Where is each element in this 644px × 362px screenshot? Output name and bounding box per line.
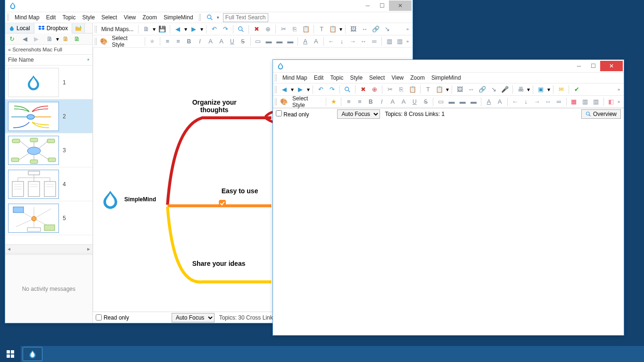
toolbar-overflow[interactable]: » xyxy=(618,99,622,104)
taskbar-app-icon[interactable] xyxy=(23,347,42,361)
border-icon[interactable]: ▭ xyxy=(436,97,445,107)
font-inc-icon[interactable]: A xyxy=(217,37,226,46)
bold-icon[interactable]: B xyxy=(366,97,375,107)
line-style-icon[interactable]: ═ xyxy=(370,37,379,46)
menu-mindmap[interactable]: Mind Map xyxy=(12,13,42,22)
palette-icon[interactable]: 🎨 xyxy=(99,37,108,46)
col2-icon[interactable]: ▥ xyxy=(591,97,600,107)
print-icon[interactable]: 🖶 xyxy=(516,85,525,94)
menu-edit[interactable]: Edit xyxy=(43,13,59,22)
underline-icon[interactable]: U xyxy=(410,97,419,107)
titlebar[interactable]: ─ ☐ ✕ xyxy=(5,0,413,12)
zoom-icon[interactable] xyxy=(343,85,352,94)
col1-icon[interactable]: ▥ xyxy=(580,97,589,107)
zoom-icon[interactable] xyxy=(236,25,246,34)
text-copy-icon[interactable]: T xyxy=(423,85,433,94)
paste-icon[interactable]: 📋 xyxy=(301,25,311,34)
new-icon[interactable]: 🗎 xyxy=(141,25,151,34)
toolbar-grip[interactable] xyxy=(275,86,278,93)
list-item[interactable]: 3 xyxy=(5,133,92,167)
fontcolor-icon[interactable]: A xyxy=(484,97,493,107)
image-icon[interactable]: 🖼 xyxy=(455,85,464,94)
textcolor-icon[interactable]: A xyxy=(312,37,321,46)
undo-icon[interactable]: ↶ xyxy=(316,85,325,94)
col2-icon[interactable]: ▥ xyxy=(396,37,405,46)
nav-next-icon[interactable]: ▶ xyxy=(296,85,305,94)
text-icon[interactable]: T xyxy=(317,25,326,34)
arrow-right-icon[interactable]: → xyxy=(348,37,357,46)
underline-icon[interactable]: U xyxy=(228,37,237,46)
align-center-icon[interactable]: ≡ xyxy=(355,97,364,107)
sidebar-scrollbar[interactable]: ◂▸ xyxy=(5,245,92,253)
menu-simplemind[interactable]: SimpleMind xyxy=(161,13,196,22)
present-dropdown[interactable]: ▾ xyxy=(547,86,550,93)
toolbar-overflow[interactable]: » xyxy=(406,27,411,32)
bold-icon[interactable]: B xyxy=(184,37,193,46)
arrow-down-icon[interactable]: ↓ xyxy=(521,97,530,107)
nav-prev-dropdown[interactable]: ▾ xyxy=(291,86,294,93)
new-doc-icon[interactable]: 🗎 xyxy=(45,34,54,44)
start-button[interactable] xyxy=(0,346,21,362)
nav-prev-icon[interactable]: ◀ xyxy=(280,85,289,94)
copy-icon[interactable]: ⎘ xyxy=(290,25,299,34)
crosslink-icon[interactable]: ↘ xyxy=(489,85,498,94)
spellcheck-icon[interactable]: ✔ xyxy=(572,85,581,94)
nav-back-icon[interactable]: ◀ xyxy=(20,34,30,44)
strike-icon[interactable]: S̶ xyxy=(239,37,248,46)
menu-style[interactable]: Style xyxy=(79,13,98,22)
color-grid-icon[interactable]: ▦ xyxy=(570,97,578,107)
menu-simplemind[interactable]: SimpleMind xyxy=(429,74,464,82)
node-share[interactable]: Share your ideas xyxy=(192,260,246,267)
export-doc-icon[interactable]: 🗎 xyxy=(72,34,82,44)
close-button[interactable]: ✕ xyxy=(600,61,623,71)
mindmaps-button[interactable]: Mind Maps... xyxy=(99,26,136,33)
node-add-icon[interactable]: ⊕ xyxy=(263,25,272,34)
palette-icon[interactable]: 🎨 xyxy=(280,97,289,107)
border-icon[interactable]: ▭ xyxy=(254,37,263,46)
redo-icon[interactable]: ↷ xyxy=(327,85,337,94)
undo-icon[interactable]: ↶ xyxy=(209,25,219,34)
italic-icon[interactable]: I xyxy=(195,37,204,46)
node-easy[interactable]: Easy to use xyxy=(222,187,258,195)
nav-prev-icon[interactable]: ◀ xyxy=(173,25,182,34)
import-doc-icon[interactable]: 🗎 xyxy=(61,34,70,44)
sort-icon[interactable]: ▴ xyxy=(87,57,90,63)
cut-icon[interactable]: ✂ xyxy=(279,25,288,34)
list-header[interactable]: File Name▴ xyxy=(5,55,92,66)
menu-view[interactable]: View xyxy=(121,13,139,22)
toolbar-grip[interactable] xyxy=(275,98,278,106)
strike-icon[interactable]: S̶ xyxy=(421,97,430,107)
node-add-icon[interactable]: ⊕ xyxy=(370,85,379,94)
select-style-button[interactable]: Select Style xyxy=(110,35,142,48)
delete-icon[interactable]: ✖ xyxy=(358,85,368,94)
overview-button[interactable]: Overview xyxy=(581,109,621,119)
readonly-checkbox[interactable]: Read only xyxy=(276,110,309,118)
line-icon[interactable]: ▬ xyxy=(286,37,295,46)
clipboard-text-icon[interactable]: 📋 xyxy=(435,85,444,94)
search-dropdown[interactable]: ▾ xyxy=(217,15,219,20)
clipboard-text-icon[interactable]: 📋 xyxy=(328,25,338,34)
menu-style[interactable]: Style xyxy=(347,74,365,82)
root-node[interactable]: SimpleMind xyxy=(100,189,156,210)
menu-zoom[interactable]: Zoom xyxy=(407,74,428,82)
cut-icon[interactable]: ✂ xyxy=(385,85,395,94)
search-input[interactable] xyxy=(223,13,268,22)
line-style-icon[interactable]: ═ xyxy=(554,97,563,107)
minimize-button[interactable]: ─ xyxy=(361,0,375,11)
image-icon[interactable]: 🖼 xyxy=(348,25,358,34)
list-item[interactable]: 2 xyxy=(5,99,92,133)
arrow-left-icon[interactable]: ← xyxy=(511,97,520,107)
nav-next-dropdown[interactable]: ▾ xyxy=(200,26,203,33)
align-left-icon[interactable]: ≡ xyxy=(344,97,353,107)
new-doc-dropdown[interactable]: ▾ xyxy=(56,36,59,42)
menu-zoom[interactable]: Zoom xyxy=(140,13,160,22)
relation-icon[interactable]: ↔ xyxy=(466,85,476,94)
toolbar-grip[interactable] xyxy=(95,25,98,33)
voice-icon[interactable]: 🎤 xyxy=(500,85,510,94)
select-style-button[interactable]: Select Style xyxy=(290,95,323,108)
fill-icon[interactable]: ▬ xyxy=(264,37,273,46)
close-button[interactable]: ✕ xyxy=(389,0,412,11)
fontcolor-icon[interactable]: A xyxy=(301,37,310,46)
focus-select[interactable]: Auto Focus xyxy=(337,109,380,119)
menu-view[interactable]: View xyxy=(388,74,406,82)
